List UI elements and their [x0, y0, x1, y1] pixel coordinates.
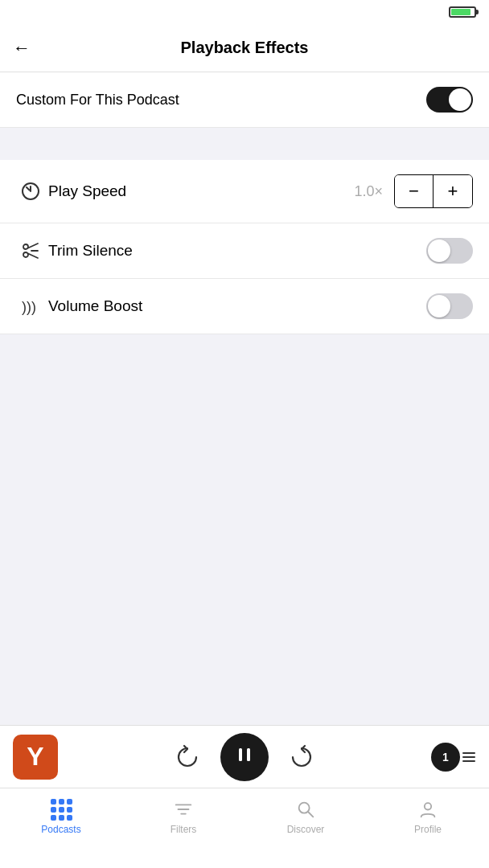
custom-podcast-row: Custom For This Podcast: [0, 72, 489, 128]
svg-point-2: [23, 252, 28, 257]
toggle-knob: [449, 88, 471, 111]
speed-icon: [16, 181, 45, 202]
svg-point-17: [425, 803, 431, 809]
play-pause-button[interactable]: [220, 733, 269, 781]
player-bar: Y 1: [0, 725, 489, 788]
play-speed-value: 1.0×: [354, 183, 383, 200]
battery-fill: [451, 9, 471, 15]
podcasts-nav-icon: [50, 798, 72, 821]
custom-podcast-section: Custom For This Podcast: [0, 72, 489, 128]
player-controls: [58, 733, 431, 781]
nav-profile[interactable]: Profile: [367, 798, 489, 835]
filters-nav-icon: [172, 798, 195, 821]
svg-line-16: [308, 812, 313, 817]
nav-filters[interactable]: Filters: [122, 798, 244, 835]
queue-count: 1: [431, 743, 460, 772]
queue-button[interactable]: 1: [431, 743, 476, 772]
pause-icon: [235, 745, 254, 769]
trim-silence-label: Trim Silence: [48, 242, 426, 260]
speed-decrease-button[interactable]: −: [395, 175, 434, 207]
volume-boost-row: ))) Volume Boost: [0, 279, 489, 334]
podcast-artwork-button[interactable]: Y: [13, 735, 58, 780]
page-title: Playback Effects: [181, 39, 309, 57]
trim-silence-row: Trim Silence: [0, 223, 489, 279]
bottom-nav: Podcasts Filters Discover: [0, 788, 489, 868]
filters-nav-label: Filters: [171, 824, 197, 835]
discover-nav-label: Discover: [287, 824, 325, 835]
svg-rect-7: [239, 748, 242, 761]
back-button[interactable]: ←: [13, 39, 31, 57]
volume-boost-toggle[interactable]: [426, 293, 473, 319]
svg-text:))): ))): [22, 299, 36, 315]
toggle-knob-trim: [428, 240, 450, 262]
status-bar: [0, 0, 489, 24]
trim-silence-toggle[interactable]: [426, 238, 473, 264]
profile-nav-label: Profile: [414, 824, 442, 835]
profile-nav-icon: [417, 798, 439, 821]
header: ← Playback Effects: [0, 24, 489, 72]
play-speed-label: Play Speed: [48, 182, 354, 200]
forward-button[interactable]: [288, 743, 315, 771]
svg-line-4: [28, 254, 38, 259]
battery-indicator: [449, 6, 476, 18]
settings-section: Play Speed 1.0× − + Trim Silence ))): [0, 160, 489, 334]
section-gap: [0, 128, 489, 160]
speed-increase-button[interactable]: +: [434, 175, 472, 207]
discover-nav-icon: [294, 798, 317, 821]
scissors-icon: [16, 240, 45, 261]
nav-podcasts[interactable]: Podcasts: [0, 798, 122, 835]
svg-point-1: [23, 244, 28, 249]
rewind-button[interactable]: [174, 743, 201, 771]
custom-podcast-label: Custom For This Podcast: [16, 92, 179, 108]
speed-controls: − +: [394, 174, 473, 208]
svg-line-3: [28, 244, 38, 248]
volume-icon: ))): [16, 296, 45, 317]
play-speed-row: Play Speed 1.0× − +: [0, 160, 489, 223]
svg-rect-8: [247, 748, 250, 761]
volume-boost-label: Volume Boost: [48, 297, 426, 315]
nav-discover[interactable]: Discover: [244, 798, 367, 835]
podcasts-nav-label: Podcasts: [41, 824, 80, 835]
toggle-knob-volume: [428, 295, 450, 317]
custom-podcast-toggle[interactable]: [426, 87, 473, 113]
